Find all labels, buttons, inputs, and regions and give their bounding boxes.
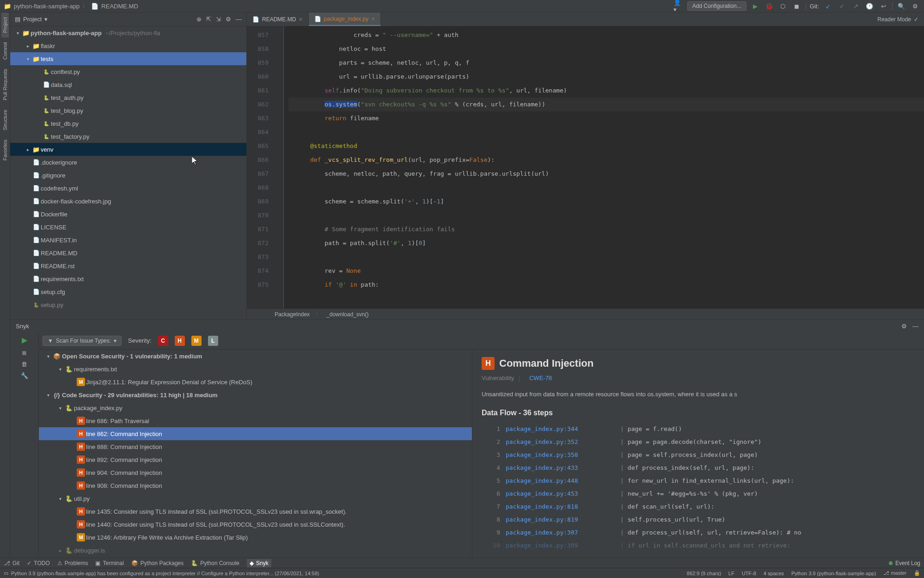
tree-row[interactable]: ▸📄data.sql (10, 78, 246, 91)
bottom-tab-todo[interactable]: ✓TODO (27, 560, 49, 566)
file-link[interactable]: package_index.py:433 (506, 461, 617, 474)
event-log-button[interactable]: Event Log (889, 560, 920, 566)
snyk-tree-row[interactable]: ▾{/}Code Security - 29 vulnerabilities: … (39, 388, 472, 401)
severity-low[interactable]: L (208, 336, 218, 346)
dataflow-row[interactable]: 3package_index.py:358|page = self.proces… (482, 449, 915, 461)
tree-row[interactable]: ▸📄requirements.txt (10, 272, 246, 285)
stop-icon[interactable]: ◼ (792, 1, 802, 11)
gutter-fold[interactable] (275, 26, 284, 308)
snyk-tree-row[interactable]: ▾📦Open Source Security - 1 vulnerability… (39, 350, 472, 363)
severity-medium[interactable]: M (191, 336, 202, 346)
dataflow-row[interactable]: 4package_index.py:433|def process_index(… (482, 461, 915, 474)
status-interpreter[interactable]: Python 3.9 (python-flask-sample-app) (791, 571, 876, 576)
close-icon[interactable]: × (299, 16, 302, 23)
tree-row[interactable]: ▸📄Dockerfile (10, 208, 246, 221)
status-line-ending[interactable]: LF (728, 571, 734, 576)
wrench-icon[interactable]: 🔧 (21, 372, 28, 379)
debug-icon[interactable]: 🐞 (764, 1, 774, 11)
snyk-tree-row[interactable]: Hline 1440: Consider using TLS instead o… (39, 518, 472, 531)
project-title[interactable]: Project (23, 16, 42, 23)
chevron-down-icon[interactable]: ▾ (14, 31, 21, 36)
run-icon[interactable]: ▶ (750, 1, 760, 11)
tree-arrow[interactable]: ▾ (24, 56, 31, 61)
rail-tab-favorites[interactable]: Favorites (1, 135, 9, 165)
snyk-tree-row[interactable]: Hline 904: Command Injection (39, 466, 472, 479)
tree-row[interactable]: ▸📄LICENSE (10, 221, 246, 234)
status-indent[interactable]: 4 spaces (764, 571, 784, 576)
tree-row[interactable]: ▸📄codefresh.yml (10, 182, 246, 195)
tree-arrow[interactable]: ▾ (56, 406, 64, 411)
cwe-link[interactable]: CWE-78 (529, 375, 552, 381)
editor-tab[interactable]: 📄package_index.py× (309, 12, 381, 26)
snyk-tree-row[interactable]: MJinja2@2.11.1: Regular Expression Denia… (39, 375, 472, 388)
git-rollback-icon[interactable]: ↩ (878, 1, 888, 11)
user-icon[interactable]: 👤▾ (673, 1, 684, 11)
breadcrumb-project[interactable]: python-flask-sample-app (14, 3, 80, 10)
bottom-tab-python-console[interactable]: 🐍Python Console (191, 560, 239, 566)
tree-arrow[interactable]: ▸ (56, 548, 64, 553)
reader-mode-toggle[interactable]: Reader Mode ✓ (872, 12, 924, 26)
collapse-icon[interactable]: ⇲ (216, 16, 221, 23)
file-link[interactable]: package_index.py:352 (506, 436, 617, 449)
dataflow-row[interactable]: 1package_index.py:344|page = f.read() (482, 423, 915, 436)
tree-arrow[interactable]: ▾ (56, 496, 64, 501)
hide-icon[interactable]: — (236, 16, 242, 23)
tree-row[interactable]: ▸🐍setup.py (10, 298, 246, 311)
tree-row[interactable]: ▸📄setup.cfg (10, 285, 246, 298)
rail-tab-pull-requests[interactable]: Pull Requests (1, 64, 9, 105)
snyk-tree-row[interactable]: ▾🐍package_index.py (39, 401, 472, 414)
tree-row[interactable]: ▸🐍conftest.py (10, 65, 246, 78)
tree-row[interactable]: ▸📄MANIFEST.in (10, 234, 246, 246)
tree-row[interactable]: ▸📄README.MD (10, 246, 246, 259)
bottom-tab-terminal[interactable]: ▣Terminal (95, 560, 123, 566)
snyk-tree-row[interactable]: ▸🐍debugger.is (39, 544, 472, 557)
tree-row[interactable]: ▸📄docker-flask-codefresh.jpg (10, 195, 246, 208)
close-icon[interactable]: × (371, 15, 375, 23)
snyk-tree-row[interactable]: Hline 908: Command Injection (39, 479, 472, 492)
bottom-tab-snyk[interactable]: ◆Snyk (247, 559, 271, 567)
lock-icon[interactable]: 🔒 (914, 570, 920, 576)
gear-icon[interactable]: ⚙ (226, 16, 231, 23)
tree-arrow[interactable]: ▾ (44, 393, 52, 398)
git-history-icon[interactable]: 🕐 (864, 1, 875, 11)
status-encoding[interactable]: UTF-8 (742, 571, 756, 576)
git-pull-icon[interactable]: ↙ (823, 1, 833, 11)
tree-arrow[interactable]: ▾ (56, 367, 64, 372)
locate-icon[interactable]: ⊕ (196, 16, 202, 23)
rail-tab-project[interactable]: Project (1, 12, 9, 37)
project-tree[interactable]: ▾ 📁 python-flask-sample-app ~/Projects/p… (10, 26, 246, 320)
file-link[interactable]: package_index.py:307 (506, 526, 617, 539)
tree-row[interactable]: ▸📄.dockerignore (10, 156, 246, 169)
snyk-tree[interactable]: ▾📦Open Source Security - 1 vulnerability… (39, 350, 472, 558)
status-message[interactable]: Python 3.9 (python-flask-sample-app) has… (11, 571, 319, 576)
rail-tab-structure[interactable]: Structure (1, 105, 9, 135)
bottom-tab-problems[interactable]: ⚠Problems (57, 560, 88, 566)
dataflow-row[interactable]: 10package_index.py:309|if url in self.sc… (482, 539, 915, 552)
breadcrumb-file[interactable]: README.MD (101, 3, 138, 10)
tree-row[interactable]: ▸🐍test_auth.py (10, 91, 246, 104)
bottom-tab-python-packages[interactable]: 📦Python Packages (131, 560, 184, 566)
editor-body[interactable]: 857 858 859 860 861 862 863 864 865 866 … (247, 26, 924, 308)
scan-filter-button[interactable]: ▼ Scan For Issue Types: ▾ (43, 336, 122, 346)
code-area[interactable]: creds = " --username=" + auth netloc = h… (284, 26, 924, 308)
gear-icon[interactable]: ⚙ (901, 323, 907, 330)
dataflow-row[interactable]: 6package_index.py:453|new_url += '#egg=%… (482, 487, 915, 500)
file-link[interactable]: package_index.py:453 (506, 487, 617, 500)
breadcrumb-method[interactable]: _download_svn() (326, 311, 368, 318)
snyk-tree-row[interactable]: Hline 862: Command Injection (39, 427, 472, 440)
coverage-icon[interactable]: ⬡ (778, 1, 788, 11)
dataflow-row[interactable]: 9package_index.py:307|def process_url(se… (482, 526, 915, 539)
status-cursor[interactable]: 862:9 (9 chars) (687, 571, 721, 576)
file-link[interactable]: package_index.py:819 (506, 513, 617, 526)
bottom-tab-git[interactable]: ⎇Git (4, 560, 19, 566)
play-icon[interactable]: ▶ (22, 336, 27, 344)
expand-icon[interactable]: ⇱ (206, 16, 211, 23)
snyk-tree-row[interactable]: ▾🐍util.py (39, 492, 472, 505)
dropdown-icon[interactable]: ▾ (44, 16, 48, 23)
dataflow-row[interactable]: 5package_index.py:448|for new_url in fin… (482, 474, 915, 487)
tree-row[interactable]: ▾📁tests (10, 52, 246, 65)
settings-icon[interactable]: ⚙ (910, 1, 920, 11)
snyk-tree-row[interactable]: Hline 888: Command Injection (39, 440, 472, 453)
breadcrumb-class[interactable]: PackageIndex (275, 311, 310, 318)
hide-icon[interactable]: — (912, 323, 918, 330)
